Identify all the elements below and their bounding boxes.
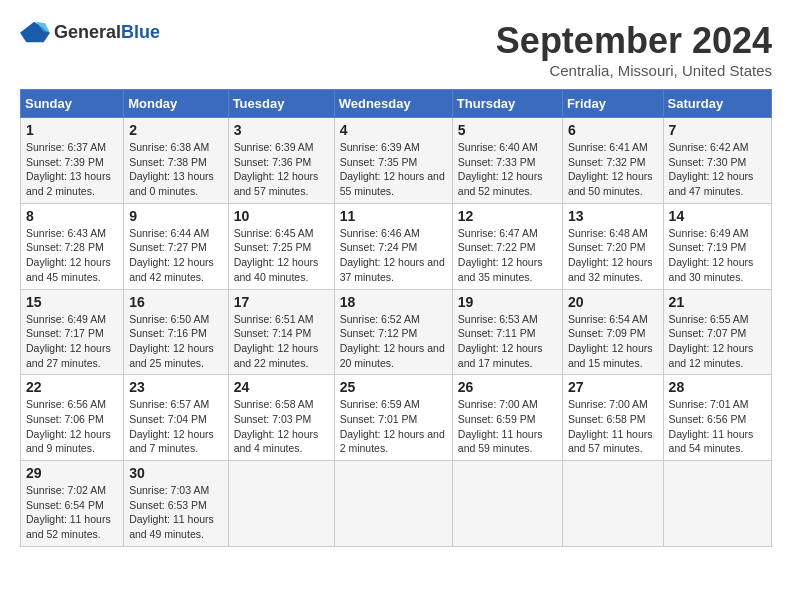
calendar-cell bbox=[452, 461, 562, 547]
sunset-label: Sunset: 7:04 PM bbox=[129, 413, 207, 425]
calendar-cell: 6 Sunrise: 6:41 AM Sunset: 7:32 PM Dayli… bbox=[562, 118, 663, 204]
logo-blue: Blue bbox=[121, 22, 160, 42]
sunrise-label: Sunrise: 6:47 AM bbox=[458, 227, 538, 239]
day-details: Sunrise: 6:59 AM Sunset: 7:01 PM Dayligh… bbox=[340, 397, 447, 456]
day-details: Sunrise: 7:02 AM Sunset: 6:54 PM Dayligh… bbox=[26, 483, 118, 542]
day-details: Sunrise: 6:58 AM Sunset: 7:03 PM Dayligh… bbox=[234, 397, 329, 456]
calendar-cell: 26 Sunrise: 7:00 AM Sunset: 6:59 PM Dayl… bbox=[452, 375, 562, 461]
sunrise-label: Sunrise: 6:53 AM bbox=[458, 313, 538, 325]
day-number: 12 bbox=[458, 208, 557, 224]
daylight-label: Daylight: 13 hours and 2 minutes. bbox=[26, 170, 111, 197]
days-header-row: Sunday Monday Tuesday Wednesday Thursday… bbox=[21, 90, 772, 118]
sunset-label: Sunset: 7:19 PM bbox=[669, 241, 747, 253]
sunset-label: Sunset: 7:09 PM bbox=[568, 327, 646, 339]
daylight-label: Daylight: 12 hours and 25 minutes. bbox=[129, 342, 214, 369]
logo-icon bbox=[20, 20, 50, 44]
sunrise-label: Sunrise: 6:59 AM bbox=[340, 398, 420, 410]
sunset-label: Sunset: 7:38 PM bbox=[129, 156, 207, 168]
day-details: Sunrise: 6:42 AM Sunset: 7:30 PM Dayligh… bbox=[669, 140, 766, 199]
sunset-label: Sunset: 7:27 PM bbox=[129, 241, 207, 253]
day-details: Sunrise: 6:49 AM Sunset: 7:19 PM Dayligh… bbox=[669, 226, 766, 285]
day-number: 20 bbox=[568, 294, 658, 310]
sunset-label: Sunset: 7:28 PM bbox=[26, 241, 104, 253]
sunrise-label: Sunrise: 6:42 AM bbox=[669, 141, 749, 153]
sunrise-label: Sunrise: 6:39 AM bbox=[340, 141, 420, 153]
header-monday: Monday bbox=[124, 90, 228, 118]
daylight-label: Daylight: 12 hours and 15 minutes. bbox=[568, 342, 653, 369]
daylight-label: Daylight: 12 hours and 32 minutes. bbox=[568, 256, 653, 283]
day-number: 14 bbox=[669, 208, 766, 224]
sunrise-label: Sunrise: 6:57 AM bbox=[129, 398, 209, 410]
sunrise-label: Sunrise: 6:54 AM bbox=[568, 313, 648, 325]
daylight-label: Daylight: 12 hours and 40 minutes. bbox=[234, 256, 319, 283]
day-number: 3 bbox=[234, 122, 329, 138]
sunrise-label: Sunrise: 6:39 AM bbox=[234, 141, 314, 153]
sunrise-label: Sunrise: 6:41 AM bbox=[568, 141, 648, 153]
calendar-cell: 15 Sunrise: 6:49 AM Sunset: 7:17 PM Dayl… bbox=[21, 289, 124, 375]
sunset-label: Sunset: 6:56 PM bbox=[669, 413, 747, 425]
daylight-label: Daylight: 12 hours and 4 minutes. bbox=[234, 428, 319, 455]
sunrise-label: Sunrise: 6:50 AM bbox=[129, 313, 209, 325]
sunrise-label: Sunrise: 6:48 AM bbox=[568, 227, 648, 239]
day-number: 23 bbox=[129, 379, 222, 395]
daylight-label: Daylight: 11 hours and 59 minutes. bbox=[458, 428, 543, 455]
day-number: 2 bbox=[129, 122, 222, 138]
day-number: 11 bbox=[340, 208, 447, 224]
sunrise-label: Sunrise: 6:49 AM bbox=[669, 227, 749, 239]
sunset-label: Sunset: 7:16 PM bbox=[129, 327, 207, 339]
sunset-label: Sunset: 7:11 PM bbox=[458, 327, 536, 339]
day-number: 1 bbox=[26, 122, 118, 138]
day-number: 9 bbox=[129, 208, 222, 224]
day-number: 8 bbox=[26, 208, 118, 224]
day-details: Sunrise: 6:39 AM Sunset: 7:35 PM Dayligh… bbox=[340, 140, 447, 199]
day-number: 24 bbox=[234, 379, 329, 395]
sunset-label: Sunset: 7:14 PM bbox=[234, 327, 312, 339]
day-details: Sunrise: 6:40 AM Sunset: 7:33 PM Dayligh… bbox=[458, 140, 557, 199]
sunset-label: Sunset: 7:30 PM bbox=[669, 156, 747, 168]
sunrise-label: Sunrise: 6:44 AM bbox=[129, 227, 209, 239]
day-number: 6 bbox=[568, 122, 658, 138]
sunset-label: Sunset: 6:59 PM bbox=[458, 413, 536, 425]
sunset-label: Sunset: 7:17 PM bbox=[26, 327, 104, 339]
day-details: Sunrise: 7:00 AM Sunset: 6:58 PM Dayligh… bbox=[568, 397, 658, 456]
day-details: Sunrise: 6:49 AM Sunset: 7:17 PM Dayligh… bbox=[26, 312, 118, 371]
sunset-label: Sunset: 7:35 PM bbox=[340, 156, 418, 168]
calendar-week-row: 22 Sunrise: 6:56 AM Sunset: 7:06 PM Dayl… bbox=[21, 375, 772, 461]
calendar-cell: 7 Sunrise: 6:42 AM Sunset: 7:30 PM Dayli… bbox=[663, 118, 771, 204]
day-details: Sunrise: 6:50 AM Sunset: 7:16 PM Dayligh… bbox=[129, 312, 222, 371]
sunrise-label: Sunrise: 6:43 AM bbox=[26, 227, 106, 239]
day-details: Sunrise: 6:57 AM Sunset: 7:04 PM Dayligh… bbox=[129, 397, 222, 456]
calendar-cell: 29 Sunrise: 7:02 AM Sunset: 6:54 PM Dayl… bbox=[21, 461, 124, 547]
calendar-cell: 28 Sunrise: 7:01 AM Sunset: 6:56 PM Dayl… bbox=[663, 375, 771, 461]
sunrise-label: Sunrise: 7:02 AM bbox=[26, 484, 106, 496]
daylight-label: Daylight: 13 hours and 0 minutes. bbox=[129, 170, 214, 197]
sunset-label: Sunset: 7:32 PM bbox=[568, 156, 646, 168]
calendar-cell bbox=[228, 461, 334, 547]
day-number: 16 bbox=[129, 294, 222, 310]
header-saturday: Saturday bbox=[663, 90, 771, 118]
day-details: Sunrise: 6:54 AM Sunset: 7:09 PM Dayligh… bbox=[568, 312, 658, 371]
daylight-label: Daylight: 12 hours and 27 minutes. bbox=[26, 342, 111, 369]
sunrise-label: Sunrise: 6:38 AM bbox=[129, 141, 209, 153]
day-number: 10 bbox=[234, 208, 329, 224]
calendar-subtitle: Centralia, Missouri, United States bbox=[496, 62, 772, 79]
daylight-label: Daylight: 12 hours and 30 minutes. bbox=[669, 256, 754, 283]
sunrise-label: Sunrise: 7:00 AM bbox=[458, 398, 538, 410]
day-details: Sunrise: 6:44 AM Sunset: 7:27 PM Dayligh… bbox=[129, 226, 222, 285]
calendar-cell: 1 Sunrise: 6:37 AM Sunset: 7:39 PM Dayli… bbox=[21, 118, 124, 204]
calendar-cell: 11 Sunrise: 6:46 AM Sunset: 7:24 PM Dayl… bbox=[334, 203, 452, 289]
calendar-cell: 13 Sunrise: 6:48 AM Sunset: 7:20 PM Dayl… bbox=[562, 203, 663, 289]
calendar-cell: 19 Sunrise: 6:53 AM Sunset: 7:11 PM Dayl… bbox=[452, 289, 562, 375]
daylight-label: Daylight: 11 hours and 54 minutes. bbox=[669, 428, 754, 455]
day-number: 18 bbox=[340, 294, 447, 310]
calendar-cell: 10 Sunrise: 6:45 AM Sunset: 7:25 PM Dayl… bbox=[228, 203, 334, 289]
sunrise-label: Sunrise: 7:01 AM bbox=[669, 398, 749, 410]
calendar-cell: 4 Sunrise: 6:39 AM Sunset: 7:35 PM Dayli… bbox=[334, 118, 452, 204]
daylight-label: Daylight: 12 hours and 45 minutes. bbox=[26, 256, 111, 283]
calendar-cell: 24 Sunrise: 6:58 AM Sunset: 7:03 PM Dayl… bbox=[228, 375, 334, 461]
calendar-cell: 2 Sunrise: 6:38 AM Sunset: 7:38 PM Dayli… bbox=[124, 118, 228, 204]
day-details: Sunrise: 6:43 AM Sunset: 7:28 PM Dayligh… bbox=[26, 226, 118, 285]
day-details: Sunrise: 6:56 AM Sunset: 7:06 PM Dayligh… bbox=[26, 397, 118, 456]
calendar-week-row: 1 Sunrise: 6:37 AM Sunset: 7:39 PM Dayli… bbox=[21, 118, 772, 204]
sunset-label: Sunset: 7:03 PM bbox=[234, 413, 312, 425]
